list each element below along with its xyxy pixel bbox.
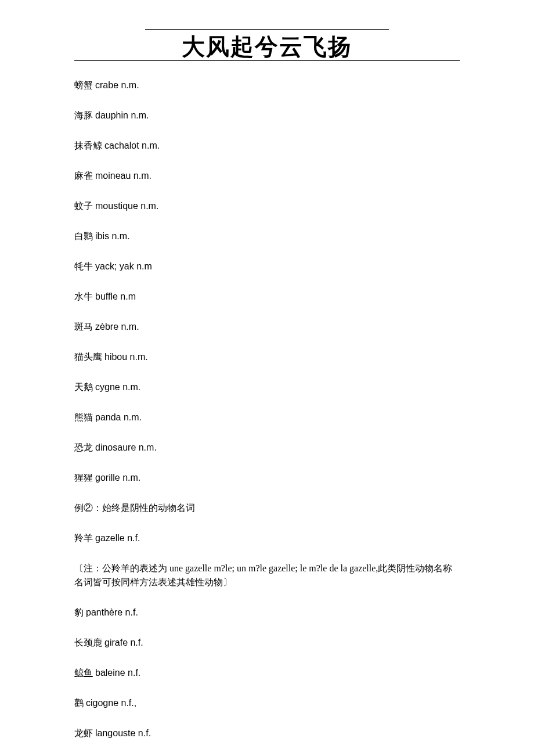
vocab-chinese: 抹香鲸 xyxy=(74,141,102,150)
vocab-list-feminine: 豹 panthère n.f.长颈鹿 girafe n.f.鲸鱼 baleine… xyxy=(74,606,460,740)
vocab-chinese: 羚羊 xyxy=(74,533,93,543)
vocab-entry: 羚羊 gazelle n.f. xyxy=(74,531,460,545)
vocab-french: girafe n.f. xyxy=(104,638,143,647)
vocab-entry: 猫头鹰 hibou n.m. xyxy=(74,350,460,364)
vocab-chinese: 水牛 xyxy=(74,291,93,301)
vocab-french: baleine n.f. xyxy=(95,668,140,678)
vocab-chinese: 螃蟹 xyxy=(74,80,93,90)
vocab-entry: 抹香鲸 cachalot n.m. xyxy=(74,139,460,153)
vocab-entry: 猩猩 gorille n.m. xyxy=(74,471,460,485)
note-text: 〔注：公羚羊的表述为 une gazelle m?le; un m?le gaz… xyxy=(74,561,460,589)
vocab-entry: 龙虾 langouste n.f. xyxy=(74,726,460,740)
section-heading: 例②：始终是阴性的动物名词 xyxy=(74,501,460,515)
vocab-entry: 长颈鹿 girafe n.f. xyxy=(74,636,460,650)
vocab-entry: 恐龙 dinosaure n.m. xyxy=(74,441,460,455)
vocab-chinese: 斑马 xyxy=(74,322,93,332)
vocab-entry: 斑马 zèbre n.m. xyxy=(74,320,460,334)
vocab-french: cygne n.m. xyxy=(95,382,140,392)
vocab-entry: 蚊子 moustique n.m. xyxy=(74,199,460,213)
vocab-entry: 熊猫 panda n.m. xyxy=(74,411,460,424)
vocab-french: yack; yak n.m xyxy=(95,261,152,271)
vocab-chinese: 鲸鱼 xyxy=(74,668,93,678)
vocab-chinese: 白鹮 xyxy=(74,231,93,241)
vocab-french: gazelle n.f. xyxy=(95,533,140,543)
vocab-french: dauphin n.m. xyxy=(95,110,149,120)
vocab-chinese: 麻雀 xyxy=(74,171,93,181)
vocab-french: zèbre n.m. xyxy=(95,322,139,332)
vocab-entry: 海豚 dauphin n.m. xyxy=(74,109,460,123)
vocab-entry: 麻雀 moineau n.m. xyxy=(74,169,460,183)
header-title: 大风起兮云飞扬 xyxy=(74,30,460,63)
vocab-french: buffle n.m xyxy=(95,291,136,301)
vocab-chinese: 龙虾 xyxy=(74,728,93,738)
vocab-chinese: 豹 xyxy=(74,607,84,617)
vocab-chinese: 蚊子 xyxy=(74,201,93,211)
vocab-entry: 鹳 cigogne n.f., xyxy=(74,696,460,710)
vocab-french: panthère n.f. xyxy=(86,607,138,617)
vocab-french: ibis n.m. xyxy=(95,231,130,241)
vocab-chinese: 牦牛 xyxy=(74,261,93,271)
vocab-entry: 牦牛 yack; yak n.m xyxy=(74,260,460,273)
vocab-entry: 白鹮 ibis n.m. xyxy=(74,229,460,243)
vocab-chinese: 天鹅 xyxy=(74,382,93,392)
vocab-entry: 水牛 buffle n.m xyxy=(74,290,460,304)
vocab-french: panda n.m. xyxy=(95,412,142,422)
vocab-chinese: 熊猫 xyxy=(74,412,93,422)
vocab-entry: 天鹅 cygne n.m. xyxy=(74,380,460,394)
vocab-chinese: 鹳 xyxy=(74,698,84,708)
vocab-chinese: 恐龙 xyxy=(74,442,93,452)
vocab-list-masculine: 螃蟹 crabe n.m.海豚 dauphin n.m.抹香鲸 cachalot… xyxy=(74,78,460,485)
vocab-chinese: 长颈鹿 xyxy=(74,638,102,647)
vocab-french: cigogne n.f., xyxy=(86,698,136,708)
vocab-entry: 鲸鱼 baleine n.f. xyxy=(74,666,460,680)
vocab-french: gorille n.m. xyxy=(95,473,140,483)
vocab-french: moustique n.m. xyxy=(95,201,158,211)
vocab-french: dinosaure n.m. xyxy=(95,442,157,452)
vocab-french: moineau n.m. xyxy=(95,171,151,181)
vocab-entry: 螃蟹 crabe n.m. xyxy=(74,78,460,92)
vocab-chinese: 猫头鹰 xyxy=(74,352,102,362)
vocab-chinese: 猩猩 xyxy=(74,473,93,483)
vocab-french: langouste n.f. xyxy=(95,728,151,738)
vocab-entry: 豹 panthère n.f. xyxy=(74,606,460,620)
document-header: 大风起兮云飞扬 xyxy=(74,29,460,61)
vocab-french: hibou n.m. xyxy=(104,352,148,362)
document-page: 大风起兮云飞扬 螃蟹 crabe n.m.海豚 dauphin n.m.抹香鲸 … xyxy=(0,0,534,756)
vocab-french: cachalot n.m. xyxy=(104,141,160,150)
vocab-chinese: 海豚 xyxy=(74,110,93,120)
vocab-french: crabe n.m. xyxy=(95,80,139,90)
